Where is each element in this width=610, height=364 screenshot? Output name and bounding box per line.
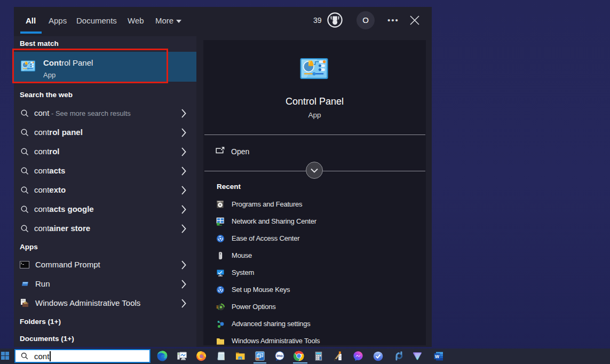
svg-text:W: W xyxy=(435,354,440,359)
svg-text:imo: imo xyxy=(276,354,283,358)
